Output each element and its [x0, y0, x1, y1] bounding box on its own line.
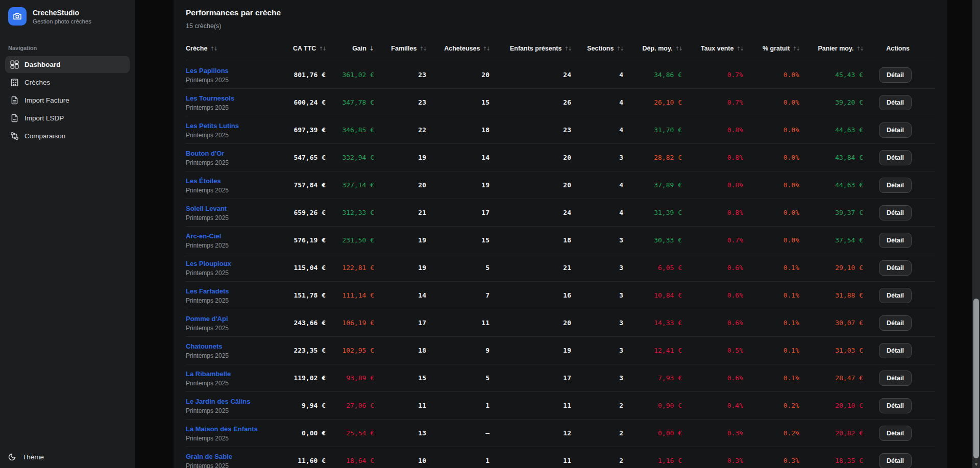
cell-familles: 19	[374, 154, 426, 161]
detail-button[interactable]: Détail	[879, 288, 912, 303]
detail-button[interactable]: Détail	[879, 150, 912, 165]
creche-link[interactable]: Pomme d'Api	[186, 315, 228, 323]
cell-dep: 30,33 €	[623, 236, 682, 244]
cell-dep: 31,39 €	[623, 209, 682, 216]
creche-link[interactable]: Les Farfadets	[186, 287, 229, 295]
cell-taux: 0.8%	[682, 154, 743, 161]
cell-gratuit: 0.0%	[743, 98, 799, 106]
sidebar-item-comparaison[interactable]: Comparaison	[5, 128, 130, 144]
detail-button[interactable]: Détail	[879, 205, 912, 220]
detail-button[interactable]: Détail	[879, 371, 912, 386]
cell-acheteuses: 5	[426, 264, 489, 272]
creche-link[interactable]: Le Jardin des Câlins	[186, 398, 250, 405]
row-period: Printemps 2025	[186, 325, 276, 332]
column-header-panier[interactable]: Panier moy.↑↓	[799, 45, 863, 52]
sort-both-icon: ↑↓	[675, 45, 682, 52]
column-header-label: Dép. moy.	[643, 45, 673, 52]
column-header-gain[interactable]: Gain↓	[326, 45, 374, 52]
cell-acheteuses: 20	[426, 71, 489, 79]
creche-link[interactable]: Arc-en-Ciel	[186, 232, 221, 240]
column-header-gratuit[interactable]: % gratuit↑↓	[743, 45, 799, 52]
table-row: Les Petits LutinsPrintemps 2025697,39 €3…	[186, 116, 935, 144]
creche-link[interactable]: Grain de Sable	[186, 453, 232, 460]
cell-familles: 15	[374, 374, 426, 382]
detail-button[interactable]: Détail	[879, 260, 912, 276]
creche-link[interactable]: Chatounets	[186, 342, 223, 350]
detail-button[interactable]: Détail	[879, 426, 912, 441]
scrollbar-down-arrow[interactable]: ▼	[972, 462, 980, 467]
detail-button[interactable]: Détail	[879, 122, 912, 138]
table-row: Les TournesolsPrintemps 2025600,24 €347,…	[186, 89, 935, 116]
cell-gratuit: 0.2%	[743, 402, 799, 409]
cell-acheteuses: 5	[426, 374, 489, 382]
sort-both-icon: ↑↓	[856, 45, 863, 52]
cell-enfants: 11	[489, 402, 571, 409]
cell-panier: 39,20 €	[799, 98, 863, 106]
creche-link[interactable]: Les Petits Lutins	[186, 122, 239, 130]
cell-gain: 27,06 €	[326, 402, 374, 409]
cell-taux: 0.8%	[682, 126, 743, 134]
file-import-icon	[10, 114, 19, 122]
cell-dep: 26,10 €	[623, 98, 682, 106]
column-header-sections[interactable]: Sections↑↓	[571, 45, 623, 52]
column-header-creche[interactable]: Crèche↑↓	[186, 45, 276, 52]
column-header-taux[interactable]: Taux vente↑↓	[682, 45, 743, 52]
app-tagline: Gestion photo crèches	[33, 18, 91, 24]
column-header-label: Crèche	[186, 45, 207, 52]
sidebar-item-dashboard[interactable]: Dashboard	[5, 56, 130, 73]
creche-link[interactable]: La Ribambelle	[186, 370, 231, 378]
table-row: Les FarfadetsPrintemps 2025151,78 €111,1…	[186, 282, 935, 309]
cell-acheteuses: 11	[426, 319, 489, 327]
detail-button[interactable]: Détail	[879, 315, 912, 331]
cell-panier: 45,43 €	[799, 71, 863, 79]
detail-button[interactable]: Détail	[879, 398, 912, 413]
cell-panier: 37,54 €	[799, 236, 863, 244]
moon-icon	[8, 453, 17, 461]
cell-sections: 4	[571, 126, 623, 134]
creche-link[interactable]: Les Tournesols	[186, 94, 234, 102]
detail-button[interactable]: Détail	[879, 453, 912, 468]
cell-panier: 30,07 €	[799, 319, 863, 327]
detail-button[interactable]: Détail	[879, 67, 912, 83]
creche-link[interactable]: La Maison des Enfants	[186, 425, 258, 433]
sidebar-item-import-facture[interactable]: Import Facture	[5, 92, 130, 109]
detail-button[interactable]: Détail	[879, 95, 912, 110]
cell-taux: 0.6%	[682, 374, 743, 382]
detail-button[interactable]: Détail	[879, 178, 912, 193]
table-row: La RibambellePrintemps 2025119,02 €93,89…	[186, 364, 935, 392]
column-header-dep[interactable]: Dép. moy.↑↓	[623, 45, 682, 52]
table-row: ChatounetsPrintemps 2025223,35 €102,95 €…	[186, 337, 935, 364]
detail-button[interactable]: Détail	[879, 343, 912, 358]
compare-icon	[10, 132, 19, 140]
column-header-acheteuses[interactable]: Acheteuses↑↓	[426, 45, 489, 52]
sidebar-item-import-lsdp[interactable]: Import LSDP	[5, 110, 130, 127]
creche-link[interactable]: Les Pioupioux	[186, 260, 231, 267]
creche-link[interactable]: Les Étoiles	[186, 177, 221, 185]
cell-ca: 115,04 €	[276, 264, 326, 272]
scrollbar[interactable]: ▼	[972, 0, 980, 468]
column-header-ca[interactable]: CA TTC↑↓	[276, 45, 326, 52]
creche-link[interactable]: Les Papillons	[186, 67, 229, 75]
cell-panier: 31,88 €	[799, 291, 863, 299]
cell-dep: 28,82 €	[623, 154, 682, 161]
detail-button[interactable]: Détail	[879, 233, 912, 248]
cell-familles: 19	[374, 264, 426, 272]
app-window: CrecheStudio Gestion photo crèches Navig…	[0, 0, 980, 468]
cell-ca: 243,66 €	[276, 319, 326, 327]
creche-link[interactable]: Soleil Levant	[186, 205, 227, 212]
cell-actions: Détail	[863, 95, 915, 110]
cell-familles: 13	[374, 429, 426, 437]
creche-link[interactable]: Bouton d'Or	[186, 150, 224, 157]
scrollbar-thumb[interactable]	[973, 299, 979, 458]
sidebar-nav: Dashboard Crèches	[0, 56, 135, 144]
column-header-familles[interactable]: Familles↑↓	[374, 45, 426, 52]
cell-dep: 7,93 €	[623, 374, 682, 382]
cell-enfants: 20	[489, 319, 571, 327]
cell-taux: 0.6%	[682, 291, 743, 299]
sidebar-item-creches[interactable]: Crèches	[5, 74, 130, 91]
sidebar-item-label: Comparaison	[24, 132, 65, 140]
cell-gain: 332,94 €	[326, 154, 374, 161]
theme-toggle[interactable]: Thème	[8, 453, 44, 461]
column-header-enfants[interactable]: Enfants présents↑↓	[489, 45, 571, 52]
cell-acheteuses: 7	[426, 291, 489, 299]
